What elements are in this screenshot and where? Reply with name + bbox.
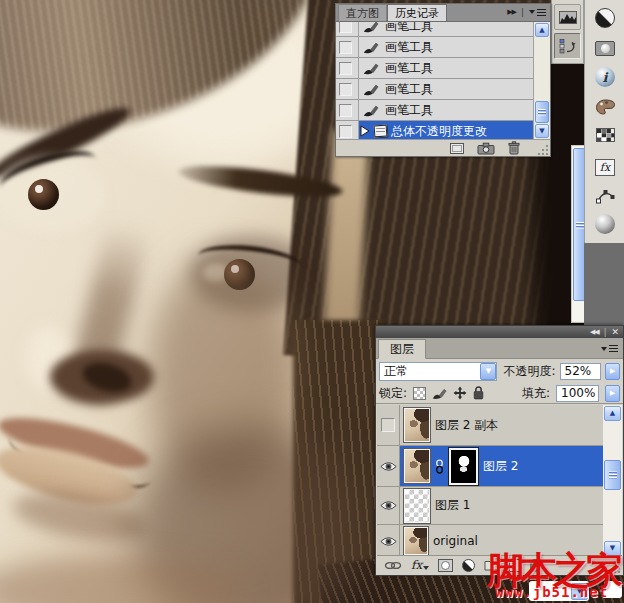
new-snapshot-button[interactable] bbox=[477, 142, 495, 155]
photo-hair-side bbox=[293, 320, 385, 603]
layer-name[interactable]: 图层 2 副本 bbox=[435, 417, 498, 434]
eye-icon[interactable] bbox=[380, 536, 397, 547]
new-adjustment-layer-icon[interactable] bbox=[462, 559, 475, 572]
history-source-cell[interactable] bbox=[336, 37, 359, 57]
photo-forehead-highlight bbox=[90, 0, 360, 180]
history-state-label: 画笔工具 bbox=[385, 39, 433, 56]
layer-style-fx-icon[interactable]: fx bbox=[411, 558, 429, 572]
layer-name[interactable]: 图层 2 bbox=[483, 458, 518, 475]
layer-mask-link-icon[interactable] bbox=[435, 459, 444, 474]
tab-histogram[interactable]: 直方图 bbox=[338, 4, 387, 21]
history-bottom-bar bbox=[336, 139, 550, 156]
history-source-cell[interactable] bbox=[336, 79, 359, 99]
dock-empty-area bbox=[584, 243, 624, 325]
history-source-well[interactable] bbox=[339, 62, 352, 75]
eye-icon[interactable] bbox=[380, 500, 397, 511]
layers-lock-row: 锁定: 填充: 100% ▶ bbox=[376, 383, 623, 404]
history-source-well[interactable] bbox=[339, 125, 352, 138]
history-source-cell[interactable] bbox=[336, 121, 359, 141]
history-panel-button[interactable] bbox=[554, 33, 581, 59]
layers-panel-menu-icon[interactable] bbox=[601, 345, 618, 352]
panel-spread-icon[interactable]: ▶▶ bbox=[507, 8, 516, 16]
layer-thumbnail[interactable] bbox=[404, 489, 430, 523]
history-panel-menu-icon[interactable] bbox=[529, 9, 546, 16]
add-layer-mask-icon[interactable] bbox=[438, 559, 453, 572]
history-scroll-up-button[interactable]: ▲ bbox=[535, 23, 549, 37]
history-state-label: 画笔工具 bbox=[385, 102, 433, 119]
visibility-toggle[interactable] bbox=[377, 525, 400, 557]
layer-row-layer2-selected[interactable]: 图层 2 bbox=[377, 446, 604, 487]
history-scrollbar[interactable]: ▲ ▼ bbox=[533, 22, 550, 139]
blend-mode-value: 正常 bbox=[384, 363, 408, 380]
history-source-well[interactable] bbox=[339, 83, 352, 96]
panel-resize-grip[interactable] bbox=[538, 144, 549, 155]
adjustments-icon[interactable] bbox=[594, 7, 616, 29]
blend-mode-select[interactable]: 正常 ▼ bbox=[379, 362, 497, 381]
styles-sphere-icon[interactable] bbox=[594, 213, 616, 235]
history-state-row[interactable]: 画笔工具 bbox=[336, 100, 533, 121]
lock-transparency-icon[interactable] bbox=[413, 387, 426, 400]
info-icon[interactable]: i bbox=[594, 66, 616, 88]
layer-thumbnail[interactable] bbox=[404, 408, 430, 442]
color-palette-icon[interactable] bbox=[594, 96, 616, 118]
layer-thumbnail[interactable] bbox=[404, 449, 430, 483]
layer-name[interactable]: original bbox=[433, 534, 478, 548]
photo-nostril bbox=[79, 358, 134, 397]
chevron-down-icon[interactable]: ▼ bbox=[480, 363, 496, 380]
visibility-toggle[interactable] bbox=[377, 405, 400, 445]
visibility-toggle[interactable] bbox=[377, 446, 400, 486]
history-state-row-selected[interactable]: 总体不透明度更改 bbox=[336, 121, 533, 141]
layer-styles-icon[interactable]: fx bbox=[594, 156, 616, 178]
eye-icon[interactable] bbox=[380, 461, 397, 472]
paths-icon[interactable] bbox=[594, 186, 616, 208]
brush-tool-icon bbox=[363, 41, 379, 54]
swatches-icon[interactable] bbox=[594, 124, 616, 146]
history-state-row[interactable]: 画笔工具 bbox=[336, 58, 533, 79]
visibility-toggle[interactable] bbox=[377, 487, 400, 524]
masks-icon[interactable] bbox=[594, 37, 616, 59]
opacity-input[interactable]: 52% bbox=[560, 363, 602, 380]
lock-all-padlock-icon[interactable] bbox=[473, 386, 484, 400]
history-source-well[interactable] bbox=[339, 41, 352, 54]
history-source-cell[interactable] bbox=[336, 58, 359, 78]
photo-mouth-line bbox=[3, 421, 157, 498]
fill-slider-arrow-icon[interactable]: ▶ bbox=[605, 385, 620, 402]
close-panel-icon[interactable]: ✕ bbox=[611, 328, 619, 337]
layers-scrollbar-thumb[interactable] bbox=[604, 460, 621, 490]
photo-chin-shadow bbox=[9, 485, 149, 550]
tab-layers[interactable]: 图层 bbox=[378, 339, 426, 359]
opacity-slider-arrow-icon[interactable]: ▶ bbox=[605, 363, 620, 380]
layer-mask-thumbnail[interactable] bbox=[449, 448, 478, 485]
history-source-cell[interactable] bbox=[336, 100, 359, 120]
brush-tool-icon bbox=[363, 104, 379, 117]
new-document-from-state-button[interactable] bbox=[450, 143, 464, 154]
visibility-empty-well[interactable] bbox=[381, 418, 395, 432]
photo-hair-topleft bbox=[0, 0, 344, 176]
lock-position-move-icon[interactable] bbox=[453, 386, 467, 400]
layers-scrollbar[interactable]: ▲ ▼ bbox=[603, 405, 622, 557]
history-state-row[interactable]: 画笔工具 bbox=[336, 37, 533, 58]
delete-state-button[interactable] bbox=[508, 141, 520, 155]
history-source-well[interactable] bbox=[339, 22, 352, 33]
opacity-label: 不透明度: bbox=[503, 363, 555, 380]
lock-pixels-brush-icon[interactable] bbox=[432, 387, 447, 400]
history-scroll-down-button[interactable]: ▼ bbox=[535, 124, 549, 138]
link-layers-icon[interactable] bbox=[384, 561, 402, 570]
layer-row-layer1[interactable]: 图层 1 bbox=[377, 487, 604, 525]
photo-left-eyebrow bbox=[0, 98, 135, 187]
layers-scroll-up-button[interactable]: ▲ bbox=[604, 406, 621, 421]
history-state-row[interactable]: 画笔工具 bbox=[336, 79, 533, 100]
tab-history[interactable]: 历史记录 bbox=[387, 4, 447, 21]
layers-controls-row: 正常 ▼ 不透明度: 52% ▶ bbox=[376, 359, 623, 383]
collapse-panel-icon[interactable]: ◀◀ bbox=[590, 328, 599, 336]
history-state-slider-icon[interactable] bbox=[360, 125, 370, 137]
history-state-row[interactable]: 画笔工具 bbox=[336, 22, 533, 37]
history-scrollbar-thumb[interactable] bbox=[535, 101, 549, 123]
histogram-panel-button[interactable] bbox=[554, 4, 581, 30]
fill-input[interactable]: 100% bbox=[556, 385, 599, 402]
history-source-cell[interactable] bbox=[336, 22, 359, 36]
layer-name[interactable]: 图层 1 bbox=[435, 497, 470, 514]
layer-row-layer2-copy[interactable]: 图层 2 副本 bbox=[377, 405, 604, 446]
history-source-well[interactable] bbox=[339, 104, 352, 117]
layer-thumbnail[interactable] bbox=[404, 527, 428, 555]
